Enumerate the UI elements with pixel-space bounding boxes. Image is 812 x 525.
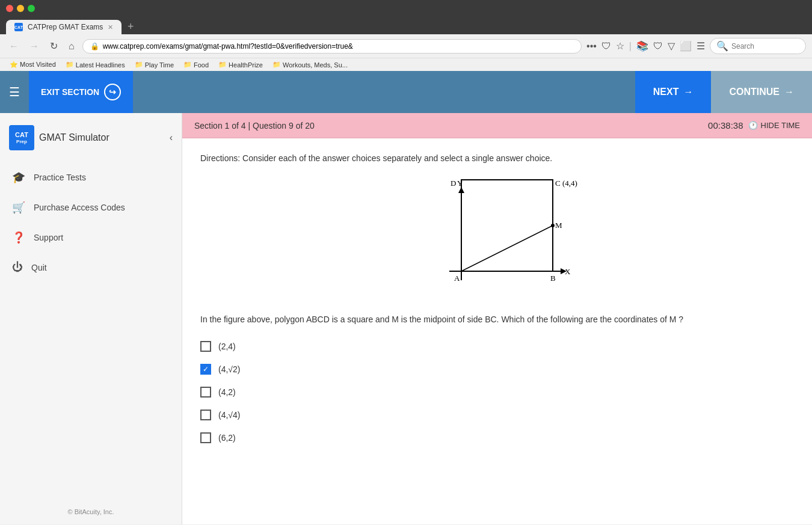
- answer-choice-a: (2,4): [200, 341, 794, 352]
- browser-toolbar: ← → ↻ ⌂ 🔒 ••• 🛡 ☆ | 📚 🛡 ▽ ⬜ ☰ 🔍: [0, 34, 812, 58]
- svg-point-6: [551, 224, 555, 227]
- logo-box: CAT Prep: [9, 125, 34, 150]
- url-bar[interactable]: 🔒: [82, 39, 582, 54]
- bookmark-healthprize[interactable]: 📁 HealthPrize: [215, 60, 266, 70]
- browser-tab[interactable]: CAT CATPrep GMAT Exams ✕: [6, 20, 121, 34]
- new-tab-button[interactable]: +: [121, 19, 140, 34]
- main-panel: Section 1 of 4 | Question 9 of 20 00:38:…: [182, 113, 812, 524]
- directions-text: Directions: Consider each of the answer …: [200, 153, 794, 163]
- choice-label-b: (4,√2): [218, 364, 240, 374]
- timer-display: 00:38:38: [708, 120, 743, 130]
- more-options-icon[interactable]: •••: [586, 41, 597, 52]
- y-axis-label: Y: [457, 179, 463, 188]
- sidebar-item-quit[interactable]: ⏻ Quit: [0, 253, 182, 282]
- sidebar-navigation: 🎓 Practice Tests 🛒 Purchase Access Codes…: [0, 162, 182, 282]
- vpn-icon[interactable]: ▽: [668, 40, 675, 52]
- svg-line-5: [461, 226, 553, 271]
- sidebar-footer: © BitAcuity, Inc.: [0, 499, 182, 524]
- toolbar-icons: ••• 🛡 ☆ | 📚 🛡 ▽ ⬜ ☰ 🔍: [586, 38, 806, 54]
- copyright-text: © BitAcuity, Inc.: [68, 508, 114, 515]
- answer-choice-c: (4,2): [200, 387, 794, 398]
- continue-arrow-icon: →: [784, 87, 794, 97]
- top-bar: ☰ EXIT SECTION ↪ NEXT → CONTINUE →: [0, 71, 812, 113]
- menu-icon[interactable]: ☰: [697, 40, 705, 52]
- checkbox-b[interactable]: [200, 364, 211, 375]
- purchase-access-codes-label: Purchase Access Codes: [34, 203, 125, 212]
- checkbox-d[interactable]: [200, 410, 211, 420]
- exit-section-button[interactable]: EXIT SECTION ↪: [29, 71, 133, 113]
- continue-button[interactable]: CONTINUE →: [711, 71, 812, 113]
- support-label: Support: [34, 233, 63, 242]
- sidebar-item-purchase-access-codes[interactable]: 🛒 Purchase Access Codes: [0, 192, 182, 223]
- tab-close[interactable]: ✕: [108, 23, 113, 31]
- point-c-label: C (4,4): [555, 179, 577, 188]
- home-button[interactable]: ⌂: [66, 40, 78, 53]
- section-info: Section 1 of 4 | Question 9 of 20: [194, 121, 315, 130]
- tabs-icon[interactable]: ⬜: [680, 40, 692, 52]
- section-timer-area: 00:38:38 🕐 HIDE TIME: [708, 120, 800, 130]
- library-icon[interactable]: 📚: [636, 40, 648, 52]
- question-text: In the figure above, polygon ABCD is a s…: [200, 313, 794, 326]
- answer-choice-e: (6,2): [200, 432, 794, 443]
- answer-choice-b: (4,√2): [200, 364, 794, 375]
- hide-time-button[interactable]: 🕐 HIDE TIME: [748, 121, 801, 130]
- tab-title: CATPrep GMAT Exams: [28, 23, 103, 31]
- url-input[interactable]: [103, 42, 574, 51]
- next-button[interactable]: NEXT →: [635, 71, 712, 113]
- shield-icon[interactable]: 🛡: [653, 41, 663, 52]
- point-a-label: A: [454, 274, 460, 283]
- svg-rect-4: [461, 180, 553, 271]
- power-icon: ⏻: [12, 261, 23, 274]
- search-glass-icon: 🔍: [716, 40, 728, 52]
- checkbox-a[interactable]: [200, 341, 211, 352]
- graph-svg: A B C (4,4) D M X Y: [413, 175, 582, 301]
- forward-button[interactable]: →: [26, 40, 42, 53]
- continue-label: CONTINUE: [729, 87, 780, 97]
- next-arrow-icon: →: [683, 87, 693, 97]
- logo-cat-text: CAT: [15, 131, 28, 139]
- sidebar-title: GMAT Simulator: [39, 132, 109, 143]
- point-b-label: B: [550, 274, 556, 283]
- choice-label-a: (2,4): [218, 342, 236, 351]
- logo-prep-text: Prep: [16, 139, 27, 145]
- answer-choice-d: (4,√4): [200, 410, 794, 420]
- answer-choices: (2,4) (4,√2) (4,2) (4,√4): [200, 341, 794, 443]
- sidebar-item-support[interactable]: ❓ Support: [0, 223, 182, 253]
- sidebar: CAT Prep GMAT Simulator ‹ 🎓 Practice Tes…: [0, 113, 182, 524]
- checkbox-e[interactable]: [200, 432, 211, 443]
- graduation-icon: 🎓: [12, 171, 25, 184]
- point-d-label: D: [451, 179, 456, 188]
- coordinate-graph: A B C (4,4) D M X Y: [200, 175, 794, 301]
- refresh-button[interactable]: ↻: [47, 39, 61, 53]
- section-header: Section 1 of 4 | Question 9 of 20 00:38:…: [182, 113, 812, 138]
- search-input[interactable]: [731, 42, 792, 51]
- question-icon: ❓: [12, 231, 25, 244]
- tab-favicon: CAT: [14, 23, 23, 31]
- sidebar-item-practice-tests[interactable]: 🎓 Practice Tests: [0, 162, 182, 192]
- sidebar-header: CAT Prep GMAT Simulator ‹: [0, 119, 182, 162]
- bookmark-latest-headlines[interactable]: 📁 Latest Headlines: [62, 60, 129, 70]
- cart-icon: 🛒: [12, 201, 25, 214]
- choice-label-d: (4,√4): [218, 410, 240, 420]
- next-label: NEXT: [653, 87, 679, 97]
- bookmark-workouts[interactable]: 📁 Workouts, Meds, Su...: [269, 60, 351, 70]
- pocket-icon[interactable]: 🛡: [601, 41, 611, 52]
- bookmark-food[interactable]: 📁 Food: [180, 60, 212, 70]
- bookmark-most-visited[interactable]: ⭐ Most Visited: [6, 60, 60, 70]
- choice-label-c: (4,2): [218, 387, 236, 397]
- collapse-sidebar-button[interactable]: ‹: [170, 132, 173, 143]
- clock-icon: 🕐: [748, 121, 758, 130]
- back-button[interactable]: ←: [6, 40, 22, 53]
- x-axis-label: X: [565, 267, 571, 276]
- exit-icon: ↪: [104, 84, 121, 100]
- quit-label: Quit: [31, 263, 47, 272]
- point-m-label: M: [555, 221, 562, 230]
- bookmark-icon[interactable]: ☆: [616, 40, 624, 52]
- practice-tests-label: Practice Tests: [34, 173, 86, 182]
- checkbox-c[interactable]: [200, 387, 211, 398]
- bookmark-play-time[interactable]: 📁 Play Time: [131, 60, 177, 70]
- hamburger-button[interactable]: ☰: [0, 85, 29, 99]
- choice-label-e: (6,2): [218, 433, 236, 443]
- sidebar-logo: CAT Prep GMAT Simulator: [9, 125, 109, 150]
- question-area: Directions: Consider each of the answer …: [182, 138, 812, 524]
